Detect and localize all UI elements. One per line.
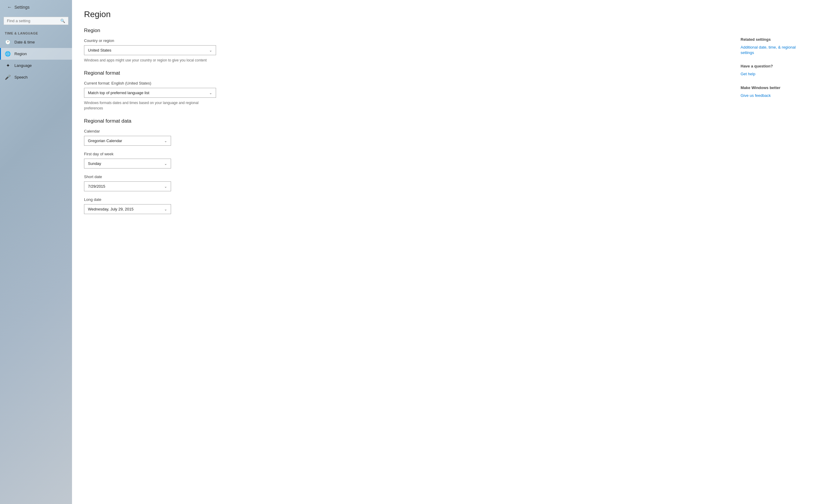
format-dropdown-arrow-icon: ⌄ <box>209 91 212 95</box>
make-better-heading: Make Windows better <box>741 85 801 90</box>
country-dropdown-value: United States <box>88 48 111 52</box>
related-settings-heading: Related settings <box>741 37 801 42</box>
search-container: 🔍 <box>0 14 72 27</box>
regional-format-section: Regional format Current format: English … <box>84 70 717 111</box>
regional-format-data-section: Regional format data Calendar Gregorian … <box>84 118 717 214</box>
short-date-container: Short date 7/29/2015 ⌄ <box>84 174 717 191</box>
date-time-icon: 🕐 <box>5 39 11 45</box>
get-help-link[interactable]: Get help <box>741 71 801 77</box>
first-day-dropdown[interactable]: Sunday ⌄ <box>84 159 171 168</box>
speech-icon: 🎤 <box>5 74 11 80</box>
nav-section-label: Time & Language <box>0 30 72 36</box>
long-date-dropdown-value: Wednesday, July 29, 2015 <box>88 207 133 211</box>
long-date-dropdown[interactable]: Wednesday, July 29, 2015 ⌄ <box>84 204 171 214</box>
search-box: 🔍 <box>4 17 68 25</box>
first-day-dropdown-arrow-icon: ⌄ <box>164 162 167 166</box>
current-format-label: Current format: English (United States) <box>84 81 717 85</box>
format-dropdown[interactable]: Match top of preferred language list ⌄ <box>84 88 216 98</box>
country-label: Country or region <box>84 38 717 43</box>
first-day-container: First day of week Sunday ⌄ <box>84 152 717 168</box>
sidebar-item-date-time[interactable]: 🕐 Date & time <box>0 36 72 48</box>
short-date-label: Short date <box>84 174 717 179</box>
region-icon: 🌐 <box>5 51 11 57</box>
country-dropdown[interactable]: United States ⌄ <box>84 45 216 55</box>
calendar-dropdown-value: Gregorian Calendar <box>88 139 122 143</box>
short-date-dropdown[interactable]: 7/29/2015 ⌄ <box>84 181 171 191</box>
sidebar-item-language[interactable]: ✦ Language <box>0 60 72 71</box>
content-row: Region Country or region United States ⌄… <box>84 28 807 220</box>
short-date-dropdown-value: 7/29/2015 <box>88 184 105 189</box>
sidebar-item-speech-label: Speech <box>14 75 28 79</box>
question-heading: Have a question? <box>741 64 801 68</box>
long-date-dropdown-arrow-icon: ⌄ <box>164 207 167 211</box>
long-date-container: Long date Wednesday, July 29, 2015 ⌄ <box>84 197 717 214</box>
additional-settings-link[interactable]: Additional date, time, & regional settin… <box>741 45 801 55</box>
short-date-dropdown-arrow-icon: ⌄ <box>164 184 167 189</box>
back-button[interactable]: ← Settings <box>5 3 32 11</box>
first-day-dropdown-value: Sunday <box>88 161 101 166</box>
regional-format-title: Regional format <box>84 70 717 76</box>
sidebar-header: ← Settings <box>0 0 72 14</box>
country-dropdown-arrow-icon: ⌄ <box>209 48 212 52</box>
sidebar-app-title: Settings <box>14 5 30 10</box>
long-date-label: Long date <box>84 197 717 202</box>
format-dropdown-value: Match top of preferred language list <box>88 91 149 95</box>
page-title: Region <box>84 10 807 19</box>
sidebar-item-speech[interactable]: 🎤 Speech <box>0 71 72 83</box>
calendar-dropdown[interactable]: Gregorian Calendar ⌄ <box>84 136 171 146</box>
search-input[interactable] <box>7 19 60 23</box>
sidebar-item-region-label: Region <box>14 52 27 56</box>
nav-section: Time & Language 🕐 Date & time 🌐 Region ✦… <box>0 27 72 85</box>
first-day-label: First day of week <box>84 152 717 156</box>
main-content: Region Region Country or region United S… <box>72 0 821 504</box>
region-section: Region Country or region United States ⌄… <box>84 28 717 63</box>
back-arrow-icon: ← <box>7 4 12 10</box>
question-section: Have a question? Get help <box>741 64 801 77</box>
calendar-label: Calendar <box>84 129 717 133</box>
sidebar-item-date-time-label: Date & time <box>14 40 35 44</box>
regional-format-data-title: Regional format data <box>84 118 717 124</box>
sidebar-item-region[interactable]: 🌐 Region <box>0 48 72 60</box>
format-description: Windows formats dates and times based on… <box>84 100 216 111</box>
sidebar: ← Settings 🔍 Time & Language 🕐 Date & ti… <box>0 0 72 504</box>
right-panel: Related settings Additional date, time, … <box>741 28 807 220</box>
feedback-link[interactable]: Give us feedback <box>741 93 801 98</box>
calendar-dropdown-arrow-icon: ⌄ <box>164 139 167 143</box>
make-better-section: Make Windows better Give us feedback <box>741 85 801 98</box>
region-section-title: Region <box>84 28 717 34</box>
related-settings-section: Related settings Additional date, time, … <box>741 37 801 55</box>
language-icon: ✦ <box>5 63 11 68</box>
country-description: Windows and apps might use your country … <box>84 58 216 63</box>
search-icon[interactable]: 🔍 <box>60 19 65 23</box>
sidebar-item-language-label: Language <box>14 63 32 68</box>
main-area: Region Country or region United States ⌄… <box>84 28 717 220</box>
